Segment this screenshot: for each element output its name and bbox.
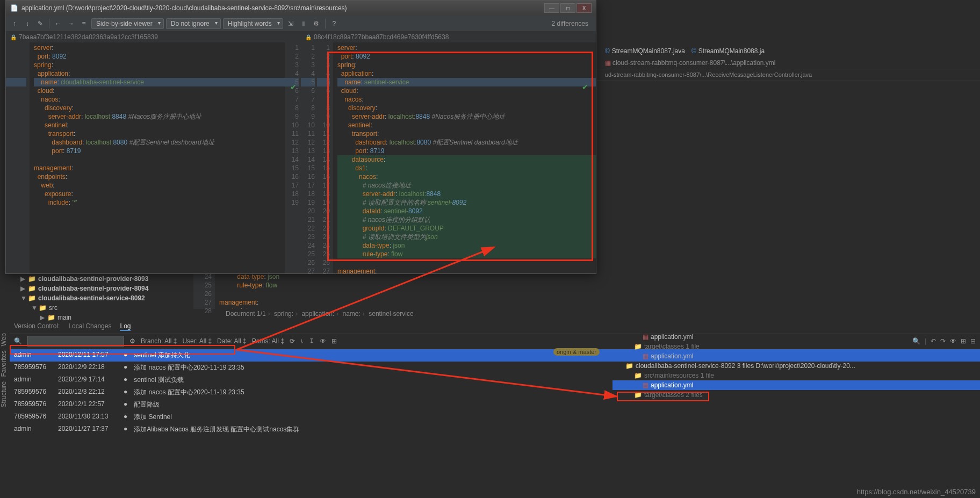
more-icon[interactable]: ⊞ <box>332 337 337 345</box>
right-editor-tabs: ©StreamMQMain8087.java ©StreamMQMain8088… <box>596 45 980 81</box>
cherry-pick-icon[interactable]: ⫰ <box>300 337 304 345</box>
next-diff-icon[interactable]: ↓ <box>22 18 33 29</box>
back-icon[interactable]: ← <box>53 18 63 29</box>
left-hash: 7baaa7bf3e1211e382da02363a9a12cc3f165839 <box>19 33 158 41</box>
commit-row[interactable]: 7859595762020/11/30 23:13●添加 Sentinel <box>10 411 980 423</box>
right-pane[interactable]: 1234567891011121314151617181920212223242… <box>301 42 596 273</box>
right-hash: 08c4f18c89a727bbaa87bcd469e7630f4ffd5638 <box>314 33 449 41</box>
java-icon: © <box>691 47 696 55</box>
settings-icon[interactable]: ⚙ <box>311 18 322 29</box>
goto-icon[interactable]: ↧ <box>309 337 314 345</box>
refresh-icon[interactable]: ⟳ <box>290 337 295 345</box>
folder-icon: 📁 <box>634 343 642 350</box>
changed-file-row[interactable]: 📁 cloudalibaba-sentinel-service-8092 3 f… <box>612 361 980 371</box>
revision-hashes: 7baaa7bf3e1211e382da02363a9a12cc3f165839… <box>6 32 596 42</box>
folder-icon: 📁 <box>634 391 642 399</box>
prev-diff-icon[interactable]: ↑ <box>9 18 20 29</box>
project-tree[interactable]: ▶📁cloudalibaba-sentinel-provider-8093 ▶📁… <box>10 274 187 322</box>
checkmark-icon: ✔ <box>582 83 588 91</box>
java-icon: © <box>605 47 610 55</box>
changed-files-tree[interactable]: ▦ application.yml📁 target\classes 1 file… <box>612 332 980 400</box>
tab-streammq8088[interactable]: ©StreamMQMain8088.ja <box>691 47 765 55</box>
search-icon[interactable]: 🔍 <box>14 337 22 345</box>
close-button[interactable]: X <box>577 3 592 13</box>
tab-favorites[interactable]: Favorites <box>0 350 8 377</box>
background-editor[interactable]: 2425262728 data-type: json rule-type: fl… <box>193 271 602 309</box>
yaml-icon: ▦ <box>605 59 611 67</box>
sync-scroll-icon[interactable]: ⫴ <box>298 18 309 29</box>
yaml-icon: ▦ <box>643 381 648 389</box>
tab-path-2[interactable]: ud-stream-rabbitmq-consumer-8087\...\Rec… <box>596 69 980 81</box>
list-icon[interactable]: ≡ <box>78 18 89 29</box>
highlight-select[interactable]: Highlight words <box>223 18 283 29</box>
lock-icon <box>10 33 17 41</box>
changed-file-row[interactable]: ▦ application.yml <box>612 351 980 361</box>
date-filter[interactable]: Date: All ‡ <box>217 337 247 345</box>
forward-icon[interactable]: → <box>66 18 76 29</box>
tab-web[interactable]: Web <box>0 333 8 346</box>
commit-row[interactable]: admin2020/11/27 17:37●添加Alibaba Nacos 服务… <box>10 423 980 436</box>
eye-icon[interactable]: 👁 <box>320 337 326 345</box>
help-icon[interactable]: ? <box>329 18 340 29</box>
user-filter[interactable]: User: All ‡ <box>182 337 212 345</box>
diff-count-label: 2 differences <box>552 20 593 27</box>
yaml-icon: ▦ <box>643 352 648 360</box>
lock-icon <box>305 33 312 41</box>
changed-file-row[interactable]: 📁 src\main\resources 1 file <box>612 371 980 380</box>
left-pane[interactable]: server: port: 8092spring: application: n… <box>6 42 301 273</box>
maximize-button[interactable]: □ <box>560 3 575 13</box>
changed-file-row[interactable]: ▦ application.yml <box>612 380 980 390</box>
tab-local-changes[interactable]: Local Changes <box>68 322 111 331</box>
diff-toolbar: ↑ ↓ ✎ ← → ≡ Side-by-side viewer Do not i… <box>6 16 596 32</box>
checkmark-icon: ✔ <box>290 83 297 91</box>
viewer-mode-select[interactable]: Side-by-side viewer <box>91 18 164 29</box>
paths-filter[interactable]: Paths: All ‡ <box>252 337 284 345</box>
tab-log[interactable]: Log <box>120 322 131 331</box>
diff-viewer-window: 📄 application.yml (D:\work\project\2020-… <box>5 0 596 274</box>
edit-icon[interactable]: ✎ <box>35 18 46 29</box>
window-titlebar[interactable]: 📄 application.yml (D:\work\project\2020-… <box>6 1 596 16</box>
minimize-button[interactable]: — <box>544 3 559 13</box>
commit-row[interactable]: 7859595762020/12/1 22:57●配置降级 <box>10 399 980 411</box>
tab-streammq8087[interactable]: ©StreamMQMain8087.java <box>605 47 685 55</box>
folder-icon: 📁 <box>634 372 642 379</box>
side-tool-tabs[interactable]: Structure Favorites Web <box>0 333 8 408</box>
gear-icon[interactable]: ⚙ <box>129 337 135 345</box>
ignore-select[interactable]: Do not ignore <box>166 18 221 29</box>
folder-icon: 📁 <box>625 362 633 370</box>
yaml-icon: ▦ <box>643 333 648 341</box>
editor-breadcrumb[interactable]: Document 1/1› spring:› application:› nam… <box>226 310 414 317</box>
watermark: https://blog.csdn.net/weixin_44520739 <box>857 488 976 496</box>
window-title: application.yml (D:\work\project\2020-cl… <box>21 4 544 12</box>
tab-path-1[interactable]: ▦ cloud-stream-rabbitmq-consumer-8087\..… <box>596 57 980 69</box>
branch-tag[interactable]: origin & master <box>553 348 600 356</box>
collapse-icon[interactable]: ⇲ <box>285 18 296 29</box>
changed-file-row[interactable]: 📁 target\classes 1 file <box>612 342 980 351</box>
tab-structure[interactable]: Structure <box>0 381 8 408</box>
file-icon: 📄 <box>10 4 18 12</box>
log-search-input[interactable] <box>27 336 124 347</box>
branch-filter[interactable]: Branch: All ‡ <box>141 337 177 345</box>
vcs-tab-label: Version Control: <box>14 322 60 331</box>
changed-file-row[interactable]: ▦ application.yml <box>612 332 980 342</box>
changed-file-row[interactable]: 📁 target\classes 2 files <box>612 390 980 400</box>
